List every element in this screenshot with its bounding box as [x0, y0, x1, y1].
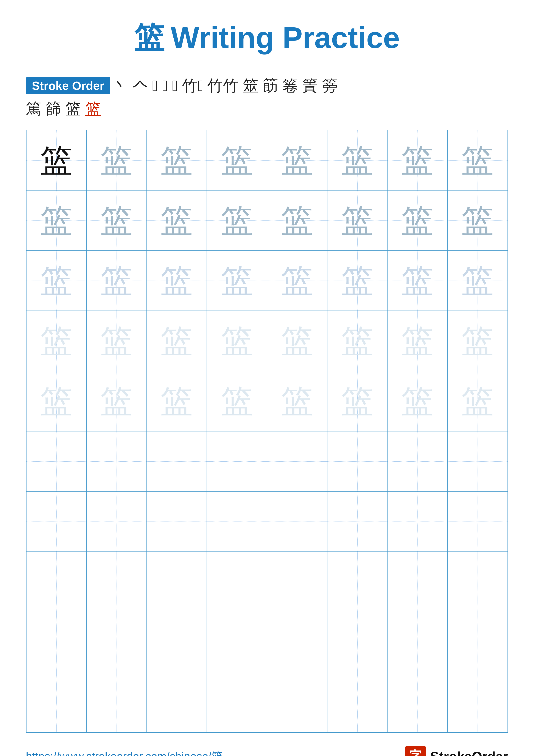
practice-char: 篮 — [100, 325, 133, 357]
grid-cell-r3c5[interactable]: 篮 — [267, 251, 327, 311]
practice-char: 篮 — [341, 325, 373, 357]
practice-char-medium: 篮 — [401, 144, 434, 176]
grid-cell-r9c7[interactable] — [387, 612, 447, 672]
grid-cell-r6c5[interactable] — [267, 431, 327, 491]
practice-char: 篮 — [341, 385, 373, 417]
grid-cell-r4c1[interactable]: 篮 — [26, 311, 87, 371]
grid-cell-r2c6[interactable]: 篮 — [327, 190, 387, 251]
grid-cell-r6c6[interactable] — [327, 431, 387, 491]
grid-cell-r6c7[interactable] — [387, 431, 447, 491]
grid-cell-r7c7[interactable] — [387, 491, 447, 552]
grid-cell-r4c4[interactable]: 篮 — [207, 311, 267, 371]
grid-cell-r3c2[interactable]: 篮 — [87, 251, 146, 311]
grid-cell-r5c8[interactable]: 篮 — [447, 371, 508, 431]
grid-cell-r3c8[interactable]: 篮 — [447, 251, 508, 311]
practice-char-medium: 篮 — [221, 144, 253, 176]
grid-cell-r5c6[interactable]: 篮 — [327, 371, 387, 431]
grid-cell-r7c1[interactable] — [26, 491, 87, 552]
grid-cell-r9c1[interactable] — [26, 612, 87, 672]
grid-cell-r9c4[interactable] — [207, 612, 267, 672]
grid-cell-r9c2[interactable] — [87, 612, 146, 672]
grid-cell-r4c5[interactable]: 篮 — [267, 311, 327, 371]
grid-cell-r10c1[interactable] — [26, 672, 87, 732]
grid-cell-r2c1[interactable]: 篮 — [26, 190, 87, 251]
grid-cell-r7c4[interactable] — [207, 491, 267, 552]
grid-cell-r5c7[interactable]: 篮 — [387, 371, 447, 431]
stroke-3: 𠄌 — [152, 77, 158, 95]
practice-char-dark: 篮 — [40, 144, 73, 176]
grid-cell-r3c3[interactable]: 篮 — [147, 251, 207, 311]
grid-cell-r6c4[interactable] — [207, 431, 267, 491]
grid-cell-r10c2[interactable] — [87, 672, 146, 732]
grid-cell-r10c4[interactable] — [207, 672, 267, 732]
grid-cell-r9c3[interactable] — [147, 612, 207, 672]
grid-cell-r2c4[interactable]: 篮 — [207, 190, 267, 251]
grid-cell-r1c6[interactable]: 篮 — [327, 130, 387, 190]
grid-cell-r5c3[interactable]: 篮 — [147, 371, 207, 431]
grid-cell-r8c1[interactable] — [26, 552, 87, 612]
footer-url[interactable]: https://www.strokeorder.com/chinese/篮 — [26, 749, 222, 756]
grid-cell-r2c8[interactable]: 篮 — [447, 190, 508, 251]
grid-cell-r8c2[interactable] — [87, 552, 146, 612]
grid-cell-r9c5[interactable] — [267, 612, 327, 672]
grid-cell-r1c7[interactable]: 篮 — [387, 130, 447, 190]
practice-char: 篮 — [281, 264, 313, 297]
grid-cell-r5c5[interactable]: 篮 — [267, 371, 327, 431]
practice-char: 篮 — [161, 385, 193, 417]
practice-char: 篮 — [100, 264, 133, 297]
grid-cell-r6c3[interactable] — [147, 431, 207, 491]
grid-cell-r1c3[interactable]: 篮 — [147, 130, 207, 190]
grid-cell-r3c7[interactable]: 篮 — [387, 251, 447, 311]
grid-cell-r5c1[interactable]: 篮 — [26, 371, 87, 431]
grid-cell-r10c8[interactable] — [447, 672, 508, 732]
grid-cell-r2c5[interactable]: 篮 — [267, 190, 327, 251]
grid-cell-r10c7[interactable] — [387, 672, 447, 732]
grid-cell-r7c3[interactable] — [147, 491, 207, 552]
practice-char: 篮 — [341, 204, 373, 237]
practice-char: 篮 — [461, 385, 494, 417]
stroke-10: 箞 — [282, 75, 298, 96]
grid-cell-r3c4[interactable]: 篮 — [207, 251, 267, 311]
grid-cell-r1c5[interactable]: 篮 — [267, 130, 327, 190]
grid-cell-r8c7[interactable] — [387, 552, 447, 612]
grid-cell-r2c3[interactable]: 篮 — [147, 190, 207, 251]
grid-cell-r7c2[interactable] — [87, 491, 146, 552]
grid-cell-r3c6[interactable]: 篮 — [327, 251, 387, 311]
grid-cell-r4c7[interactable]: 篮 — [387, 311, 447, 371]
grid-cell-r5c4[interactable]: 篮 — [207, 371, 267, 431]
grid-cell-r6c8[interactable] — [447, 431, 508, 491]
practice-char-medium: 篮 — [281, 144, 313, 176]
grid-cell-r10c3[interactable] — [147, 672, 207, 732]
grid-cell-r1c1[interactable]: 篮 — [26, 130, 87, 190]
grid-cell-r1c4[interactable]: 篮 — [207, 130, 267, 190]
grid-cell-r6c2[interactable] — [87, 431, 146, 491]
grid-cell-r4c6[interactable]: 篮 — [327, 311, 387, 371]
practice-char: 篮 — [161, 264, 193, 297]
grid-cell-r8c6[interactable] — [327, 552, 387, 612]
grid-cell-r1c2[interactable]: 篮 — [87, 130, 146, 190]
grid-cell-r4c2[interactable]: 篮 — [87, 311, 146, 371]
practice-char: 篮 — [401, 264, 434, 297]
grid-cell-r4c8[interactable]: 篮 — [447, 311, 508, 371]
grid-cell-r2c7[interactable]: 篮 — [387, 190, 447, 251]
practice-char: 篮 — [221, 264, 253, 297]
grid-cell-r2c2[interactable]: 篮 — [87, 190, 146, 251]
grid-cell-r7c6[interactable] — [327, 491, 387, 552]
grid-cell-r9c8[interactable] — [447, 612, 508, 672]
grid-cell-r8c5[interactable] — [267, 552, 327, 612]
grid-cell-r8c4[interactable] — [207, 552, 267, 612]
grid-cell-r3c1[interactable]: 篮 — [26, 251, 87, 311]
grid-cell-r1c8[interactable]: 篮 — [447, 130, 508, 190]
grid-cell-r5c2[interactable]: 篮 — [87, 371, 146, 431]
grid-cell-r8c8[interactable] — [447, 552, 508, 612]
grid-cell-r7c8[interactable] — [447, 491, 508, 552]
grid-cell-r10c6[interactable] — [327, 672, 387, 732]
grid-cell-r9c6[interactable] — [327, 612, 387, 672]
grid-cell-r10c5[interactable] — [267, 672, 327, 732]
grid-cell-r6c1[interactable] — [26, 431, 87, 491]
grid-cell-r4c3[interactable]: 篮 — [147, 311, 207, 371]
practice-char: 篮 — [401, 325, 434, 357]
title-english: Writing Practice — [171, 20, 400, 55]
grid-cell-r7c5[interactable] — [267, 491, 327, 552]
grid-cell-r8c3[interactable] — [147, 552, 207, 612]
